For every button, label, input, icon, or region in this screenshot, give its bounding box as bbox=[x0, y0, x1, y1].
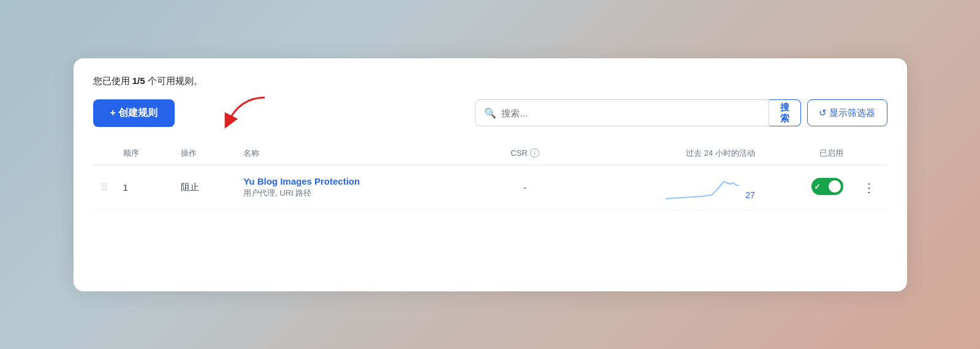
arrow-indicator bbox=[222, 94, 271, 131]
csr-cell: - bbox=[484, 165, 566, 210]
col-action: 操作 bbox=[173, 142, 236, 166]
col-enabled: 已启用 bbox=[762, 142, 851, 166]
table-header: 顺序 操作 名称 CSR i 过去 24 小时的活动 已启用 bbox=[93, 142, 887, 166]
rules-table: 顺序 操作 名称 CSR i 过去 24 小时的活动 已启用 ⠿ bbox=[93, 142, 887, 210]
more-options-button[interactable]: ⋮ bbox=[858, 178, 880, 198]
drag-handle-icon[interactable]: ⠿ bbox=[101, 182, 108, 193]
csr-info-icon[interactable]: i bbox=[530, 148, 539, 158]
csr-header: CSR i bbox=[511, 148, 539, 158]
name-cell: Yu Blog Images Protection 用户代理, URI 路径 bbox=[236, 165, 484, 210]
toggle-knob bbox=[829, 180, 841, 193]
search-area: 🔍 搜 索 ↺ 显示筛选器 bbox=[475, 99, 887, 126]
rule-name-link[interactable]: Yu Blog Images Protection bbox=[243, 176, 477, 186]
csr-value: - bbox=[523, 183, 526, 193]
create-btn-wrapper: + 创建规则 bbox=[93, 99, 175, 127]
table-body: ⠿ 1 阻止 Yu Blog Images Protection 用户代理, U… bbox=[93, 165, 887, 210]
main-card: 您已使用 1/5 个可用规则。 + 创建规则 🔍 搜 索 ↺ 显 bbox=[74, 58, 907, 291]
activity-count[interactable]: 27 bbox=[745, 190, 755, 200]
csr-label: CSR bbox=[511, 148, 527, 158]
usage-fraction: 1/5 bbox=[132, 75, 145, 86]
enabled-toggle[interactable] bbox=[811, 178, 843, 195]
sparkline-chart bbox=[666, 177, 739, 200]
col-drag bbox=[93, 142, 116, 166]
drag-cell: ⠿ bbox=[93, 165, 116, 210]
action-cell: 阻止 bbox=[173, 165, 236, 210]
create-rule-button[interactable]: + 创建规则 bbox=[93, 99, 175, 127]
usage-suffix: 个可用规则。 bbox=[148, 75, 203, 86]
row-action: 阻止 bbox=[181, 182, 199, 192]
table-row: ⠿ 1 阻止 Yu Blog Images Protection 用户代理, U… bbox=[93, 165, 887, 210]
col-more bbox=[851, 142, 887, 166]
col-name: 名称 bbox=[236, 142, 484, 166]
col-csr: CSR i bbox=[484, 142, 566, 166]
col-order: 顺序 bbox=[116, 142, 174, 166]
activity-cell: 27 bbox=[566, 165, 762, 210]
usage-text: 您已使用 1/5 个可用规则。 bbox=[93, 75, 887, 87]
rule-sub-text: 用户代理, URI 路径 bbox=[243, 188, 477, 199]
order-cell: 1 bbox=[116, 165, 174, 210]
search-box: 🔍 bbox=[475, 99, 769, 126]
toolbar: + 创建规则 🔍 搜 索 ↺ 显示筛选器 bbox=[93, 99, 887, 127]
activity-chart: 27 bbox=[573, 175, 755, 200]
more-cell: ⋮ bbox=[851, 165, 887, 210]
filter-button[interactable]: ↺ 显示筛选器 bbox=[807, 99, 887, 126]
search-icon: 🔍 bbox=[484, 107, 496, 119]
row-order: 1 bbox=[123, 182, 128, 193]
usage-prefix: 您已使用 bbox=[93, 75, 130, 86]
toggle-cell bbox=[762, 165, 851, 210]
search-input[interactable] bbox=[501, 108, 760, 118]
search-button[interactable]: 搜 索 bbox=[769, 99, 801, 126]
col-activity: 过去 24 小时的活动 bbox=[566, 142, 762, 166]
